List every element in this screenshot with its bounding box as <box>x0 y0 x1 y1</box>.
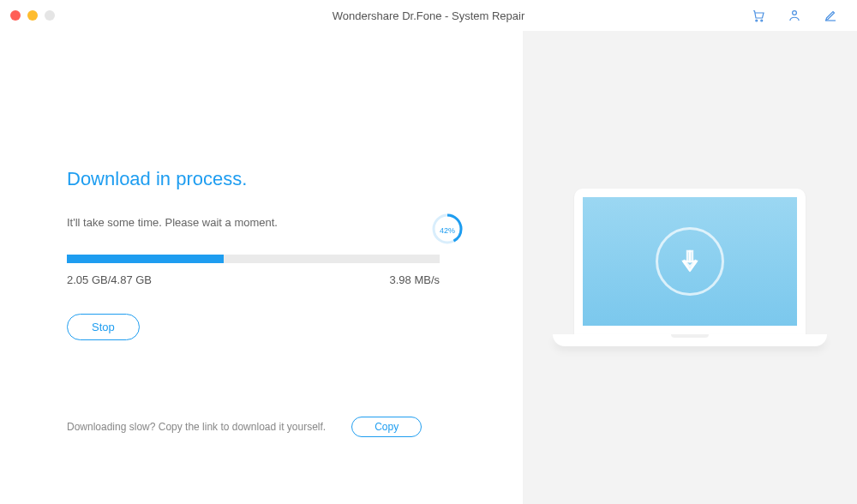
progress-circle: 42% <box>430 212 464 249</box>
progress-stats: 2.05 GB/4.87 GB 3.98 MB/s <box>67 273 440 286</box>
maximize-window-button[interactable] <box>45 10 55 21</box>
footer-hint: Downloading slow? Copy the link to downl… <box>67 421 326 433</box>
page-title: Download in process. <box>67 168 456 190</box>
progress-section: 42% 2.05 GB/4.87 GB 3.98 MB/s Stop <box>67 255 456 340</box>
progress-percent: 42% <box>440 226 455 235</box>
laptop-illustration <box>553 189 827 346</box>
page-subtext: It'll take some time. Please wait a mome… <box>67 216 456 229</box>
window-controls <box>10 10 55 21</box>
progress-size: 2.05 GB/4.87 GB <box>67 273 152 286</box>
minimize-window-button[interactable] <box>27 10 38 21</box>
progress-bar <box>67 255 440 263</box>
progress-bar-fill <box>67 255 224 263</box>
content: Download in process. It'll take some tim… <box>0 31 857 504</box>
user-icon[interactable] <box>787 8 802 23</box>
laptop-base <box>553 334 827 346</box>
progress-speed: 3.98 MB/s <box>389 273 440 286</box>
download-icon <box>656 227 724 296</box>
svg-point-0 <box>756 20 758 21</box>
titlebar: Wondershare Dr.Fone - System Repair <box>0 0 857 31</box>
edit-icon[interactable] <box>823 8 838 23</box>
cart-icon[interactable] <box>751 8 766 23</box>
laptop-display <box>583 197 797 326</box>
left-panel: Download in process. It'll take some tim… <box>0 31 523 504</box>
footer-row: Downloading slow? Copy the link to downl… <box>67 417 422 437</box>
header-icons <box>751 8 847 23</box>
svg-point-1 <box>761 20 763 21</box>
close-window-button[interactable] <box>10 10 21 21</box>
window-title: Wondershare Dr.Fone - System Repair <box>333 9 524 22</box>
svg-point-2 <box>793 11 797 15</box>
stop-button[interactable]: Stop <box>67 314 140 340</box>
laptop-screen <box>574 189 806 334</box>
copy-button[interactable]: Copy <box>351 417 422 437</box>
right-panel <box>523 31 857 504</box>
